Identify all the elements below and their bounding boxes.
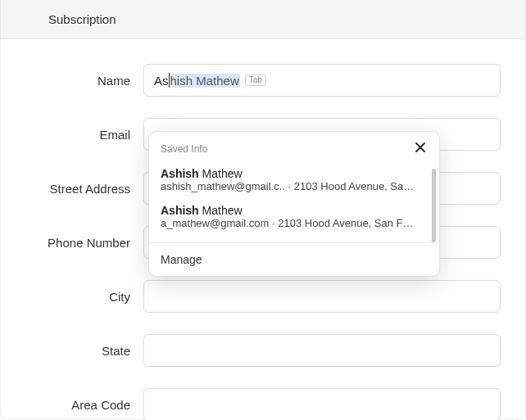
row-name: Name Ashish Mathew Tab xyxy=(25,64,501,97)
name-autocomplete-ghost: hish Mathew xyxy=(170,74,240,88)
autofill-item[interactable]: Ashish Mathew a_mathew@gmail.com · 2103 … xyxy=(149,199,439,236)
section-header: Subscription xyxy=(0,0,526,39)
name-typed-text: As xyxy=(154,74,169,88)
page-root: Subscription Name Ashish Mathew Tab Emai… xyxy=(0,0,526,420)
row-area: Area Code xyxy=(25,388,501,420)
city-input[interactable] xyxy=(143,280,501,313)
autofill-manage-button[interactable]: Manage xyxy=(149,243,439,276)
label-email: Email xyxy=(25,128,143,142)
autofill-title: Saved Info xyxy=(161,143,207,155)
text-caret xyxy=(169,73,170,88)
label-city: City xyxy=(25,290,143,304)
tab-hint-pill: Tab xyxy=(245,75,266,86)
autofill-item-detail: ashish_mathew@gmail.c.. · 2103 Hood Aven… xyxy=(161,180,415,192)
autofill-item-name: Ashish Mathew xyxy=(161,167,428,180)
section-title: Subscription xyxy=(48,12,116,26)
autofill-item-name: Ashish Mathew xyxy=(161,204,428,217)
row-state: State xyxy=(25,334,501,367)
label-state: State xyxy=(25,344,143,358)
name-input[interactable]: Ashish Mathew Tab xyxy=(143,64,501,97)
state-input[interactable] xyxy=(143,334,501,367)
autofill-item-detail: a_mathew@gmail.com · 2103 Hood Avenue, S… xyxy=(161,217,415,229)
form-panel: Name Ashish Mathew Tab Email Street Addr… xyxy=(0,39,526,420)
autofill-item[interactable]: Ashish Mathew ashish_mathew@gmail.c.. · … xyxy=(149,162,439,199)
autofill-header: Saved Info xyxy=(149,132,439,162)
close-icon[interactable] xyxy=(413,140,428,157)
scrollbar-thumb[interactable] xyxy=(432,169,436,242)
autofill-popup: Saved Info Ashish Mathew ashish_mathew@g… xyxy=(148,131,440,277)
area-code-input[interactable] xyxy=(143,388,501,420)
autofill-list: Ashish Mathew ashish_mathew@gmail.c.. · … xyxy=(149,162,439,243)
label-name: Name xyxy=(25,74,143,88)
label-phone: Phone Number xyxy=(25,236,143,250)
row-city: City xyxy=(25,280,501,313)
label-street: Street Address xyxy=(25,182,143,196)
label-area: Area Code xyxy=(25,398,143,412)
